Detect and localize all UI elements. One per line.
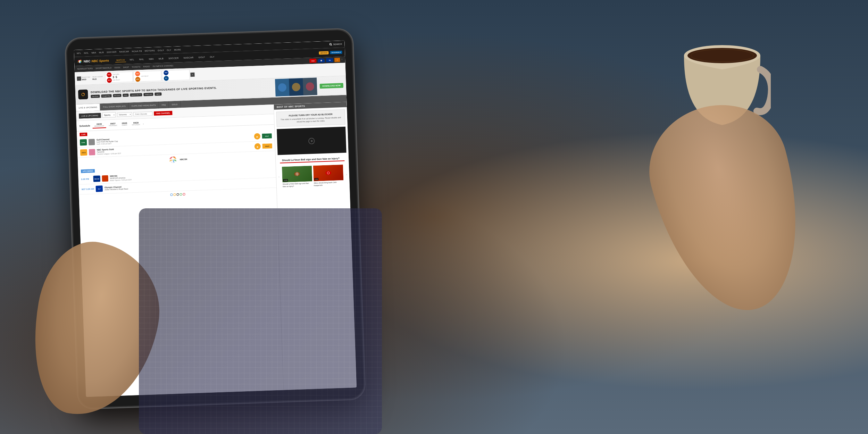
golf-play-button[interactable] xyxy=(254,133,260,140)
svg-marker-13 xyxy=(311,140,314,142)
sec-nav-olympics-channel[interactable]: OLYMPICS CHANNEL xyxy=(152,65,174,67)
game-score-1[interactable]: BAL BOS TOP 3RD 3 5 4:05 PM ET xyxy=(105,72,133,83)
sport-value: MLB xyxy=(92,78,103,80)
header-nav-nfl[interactable]: NFL xyxy=(128,58,135,62)
xbox-badge[interactable]: XBOX xyxy=(155,92,161,96)
tab-gold[interactable]: GOLD xyxy=(169,101,181,108)
sec-nav-odds[interactable]: ODDS xyxy=(114,66,120,69)
nbc-color-logo xyxy=(166,156,180,164)
filter-live-upcoming[interactable]: LIVE & UPCOMING xyxy=(79,113,101,118)
firetv-badge[interactable]: amazon fire TV xyxy=(130,93,142,97)
team-logo-blue-small: ⚾ xyxy=(318,58,325,63)
video-thumb-img-1: 12:05 xyxy=(282,166,312,183)
gold-time: 2:00 pm EDT xyxy=(111,152,121,155)
top-nav-nascar[interactable]: NASCAR xyxy=(119,50,129,53)
svg-point-22 xyxy=(687,48,757,63)
sec-nav-sportsworld[interactable]: SPORTSWORLD xyxy=(95,67,111,69)
date-tab-0929[interactable]: 09/29 SATURDAY xyxy=(130,121,142,127)
olympic-abbr: OLY xyxy=(98,188,101,190)
game-score-info-1: TOP 3RD 3 5 4:05 PM ET xyxy=(112,73,120,81)
appstore-badge[interactable]: App Store xyxy=(91,94,100,98)
bal-logo: BAL xyxy=(107,72,111,77)
nbc-gold-thumb xyxy=(89,149,95,156)
sec-nav-shop[interactable]: SHOP xyxy=(123,66,129,68)
tab-faq[interactable]: FAQ xyxy=(159,101,169,108)
sec-nav-radio[interactable]: RADIO xyxy=(143,65,150,68)
download-now-button[interactable]: DOWNLOAD NOW xyxy=(319,83,343,89)
game-teams-logos: BAL BOS xyxy=(107,72,112,83)
featured-video-section: Should Le'Veon Bell sign and then fake a… xyxy=(276,153,350,190)
day-value: WED xyxy=(82,78,91,81)
date-next-arrow[interactable]: › xyxy=(143,123,144,125)
scroll-right-arrow[interactable]: › xyxy=(341,58,342,62)
video1-duration: 12:05 xyxy=(283,179,288,182)
header-nav-nascar[interactable]: NASCAR xyxy=(182,56,194,60)
videos-next-arrow[interactable]: › xyxy=(346,173,347,176)
nascar-time-detail: 5:00 pm EDT xyxy=(122,178,132,181)
top-nav-golf[interactable]: GOLF xyxy=(158,49,164,52)
header-nav-nba[interactable]: NBA xyxy=(148,57,155,61)
app-banner-image xyxy=(275,78,317,97)
top-nav-more[interactable]: MORE xyxy=(174,49,181,51)
sport-selector: SELECT SPORT MLB xyxy=(92,76,103,80)
header-nav-soccer[interactable]: SOCCER xyxy=(167,56,180,60)
nbc-peacock-icon xyxy=(77,59,83,64)
microsoft-badge[interactable]: Microsoft xyxy=(113,94,122,97)
googleplay-badge[interactable]: Google Play xyxy=(101,94,111,98)
top-nav-search[interactable]: SEARCH xyxy=(329,43,342,46)
svg-point-0 xyxy=(329,43,331,45)
olympic-channel-logo: OLY xyxy=(96,185,103,192)
header-nav-oly[interactable]: OLY xyxy=(209,55,216,59)
game-score-3[interactable]: TOR KC xyxy=(162,69,190,81)
top-nav-mlb[interactable]: MLB xyxy=(99,51,104,53)
roku-badge[interactable]: Roku xyxy=(123,93,129,97)
olympics-time: 9/27 3:00 AM xyxy=(82,188,94,190)
kc-logo: KC xyxy=(164,76,168,81)
sec-nav-newsletters[interactable]: NEWSLETTERS xyxy=(77,67,93,70)
date-tab-0928[interactable]: 09/28 FRIDAY xyxy=(120,122,129,128)
search-label: SEARCH xyxy=(333,43,342,45)
top-nav-soccer[interactable]: SOCCER xyxy=(107,51,117,53)
game-score-info-2: 4:07 PM ET xyxy=(141,75,148,77)
video-thumb-2[interactable]: 1:33 49ers should bring back Colin Kaepe… xyxy=(313,165,344,186)
mia-logo: MIA xyxy=(135,71,140,76)
game-score-2[interactable]: MIA HOU 4:07 PM ET xyxy=(133,70,161,82)
header-nav-nhl[interactable]: NHL xyxy=(138,57,145,61)
sec-nav-tickets[interactable]: TICKETS xyxy=(132,66,141,68)
day-0926: WEDNESDAY xyxy=(94,125,105,127)
nbc-logo[interactable]: NBC NBC Sports xyxy=(77,58,109,64)
top-nav-nfl[interactable]: NFL xyxy=(77,52,81,54)
network-filter-wrapper: Networks xyxy=(117,112,132,117)
network-filter-select[interactable]: Networks xyxy=(117,112,132,117)
ring-red xyxy=(183,193,185,195)
samsung-badge[interactable]: SAMSUNG xyxy=(143,93,153,96)
ad-notice-text: This video is unavailable if an ad block… xyxy=(279,116,342,124)
rotoworld-logo: ROTOWORLD xyxy=(330,51,342,54)
date-tab-0926[interactable]: 09/26 WEDNESDAY xyxy=(92,122,106,128)
top-nav-oly[interactable]: OLY xyxy=(167,49,171,51)
video-thumb-1[interactable]: 12:05 Should Le'Veon Bell sign and then … xyxy=(282,166,312,188)
sport-filter-select[interactable]: Sports NFL NHL xyxy=(102,112,116,118)
video-thumb-img-2: 1:33 xyxy=(313,165,343,181)
top-nav-nhl[interactable]: NHL xyxy=(84,52,89,54)
tab-live-upcoming[interactable]: LIVE & UPCOMING xyxy=(76,103,100,111)
zipcode-input[interactable] xyxy=(133,111,152,116)
top-nav-ncaa[interactable]: NCAA FB xyxy=(132,50,142,52)
videos-prev-arrow[interactable]: ‹ xyxy=(278,175,280,178)
nascar-thumb xyxy=(102,175,108,182)
scores-next-arrow[interactable]: › xyxy=(190,72,194,76)
scores-prev-arrow[interactable]: ‹ xyxy=(77,76,81,81)
header-right-logos: NBCGOLD ROTOWORLD xyxy=(319,51,342,55)
nascar-sport: Motor Sports xyxy=(110,179,120,182)
app-icon xyxy=(78,90,88,100)
header-nav-mlb[interactable]: MLB xyxy=(158,57,165,61)
gold-play-button[interactable] xyxy=(254,143,261,150)
tor-logo: TOR xyxy=(164,70,168,75)
date-tab-0927[interactable]: 09/27 THURSDAY xyxy=(107,122,119,128)
ring-green xyxy=(180,193,182,195)
top-nav-motors[interactable]: MOTORS xyxy=(145,50,155,52)
top-nav-nba[interactable]: NBA xyxy=(91,52,96,54)
header-nav-golf[interactable]: GOLF xyxy=(197,55,206,59)
header-nav-watch[interactable]: WATCH xyxy=(115,58,126,62)
find-channel-button[interactable]: Find Channel xyxy=(154,111,173,116)
